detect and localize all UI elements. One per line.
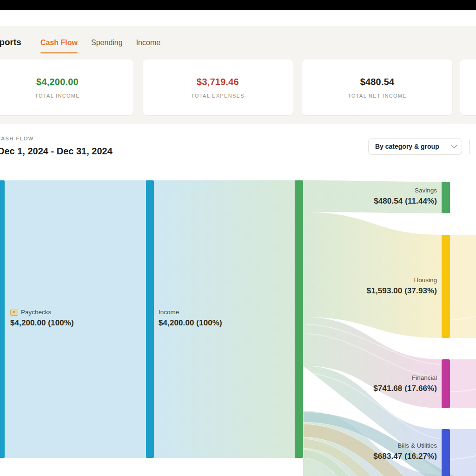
node-paychecks[interactable] [0, 180, 5, 458]
total-expenses-card: $3,719.46 TOTAL EXPENSES [143, 60, 293, 115]
partial-card [460, 60, 476, 115]
browser-top-bar [0, 0, 476, 10]
group-by-dropdown[interactable]: By category & group [368, 138, 462, 155]
node-financial[interactable] [442, 359, 450, 408]
page-title: Reports [0, 37, 21, 47]
money-banknote-icon [10, 310, 18, 316]
section-eyebrow: CASH FLOW [0, 136, 34, 141]
date-range-title: Dec 1, 2024 - Dec 31, 2024 [0, 146, 112, 157]
node-savings[interactable] [442, 182, 450, 213]
cash-flow-sankey [0, 180, 476, 476]
window-header-band [0, 10, 476, 26]
total-income-value: $4,200.00 [36, 77, 79, 87]
flow-bills-to-categories [450, 429, 476, 476]
total-net-income-label: TOTAL NET INCOME [348, 93, 407, 99]
tab-spending[interactable]: Spending [91, 39, 123, 53]
node-income[interactable] [146, 180, 154, 458]
tab-cash-flow[interactable]: Cash Flow [40, 39, 78, 53]
toolbar-divider [469, 140, 469, 154]
financial-node-label: Financial $741.68 (17.66%) [288, 374, 437, 393]
savings-node-label: Savings $480.54 (11.44%) [288, 187, 437, 206]
total-income-label: TOTAL INCOME [35, 93, 80, 99]
total-income-card: $4,200.00 TOTAL INCOME [0, 60, 133, 115]
flow-housing-to-categories [450, 235, 476, 338]
total-expenses-value: $3,719.46 [197, 77, 239, 87]
paychecks-node-label: Paychecks $4,200.00 (100%) [10, 309, 74, 328]
housing-node-label: Housing $1,593.00 (37.93%) [288, 277, 437, 296]
chevron-down-icon [451, 141, 457, 148]
node-housing[interactable] [442, 235, 450, 338]
tab-income[interactable]: Income [136, 39, 160, 53]
flow-financial-to-categories [450, 359, 476, 408]
active-tab-underline [40, 52, 78, 53]
group-by-label: By category & group [375, 143, 439, 150]
node-bills-utilities[interactable] [442, 429, 450, 476]
income-node-label: Income $4,200.00 (100%) [159, 309, 222, 328]
total-net-income-card: $480.54 TOTAL NET INCOME [302, 60, 452, 115]
report-tabs: Cash Flow Spending Income [40, 39, 160, 53]
node-cashflow-split[interactable] [295, 180, 303, 458]
total-net-income-value: $480.54 [360, 77, 395, 87]
total-expenses-label: TOTAL EXPENSES [191, 93, 245, 99]
bills-utilities-node-label: Bills & Utilities $683.47 (16.27%) [288, 442, 437, 461]
